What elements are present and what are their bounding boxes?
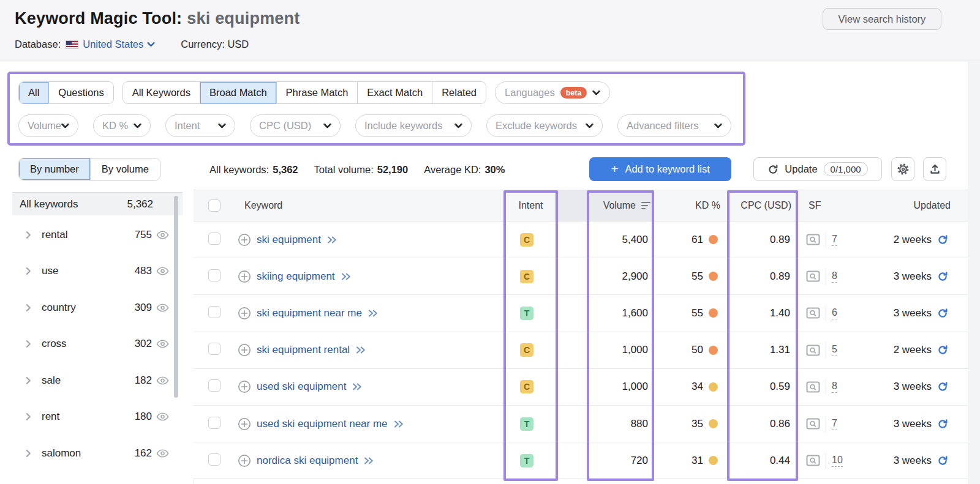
- open-keyword-icon[interactable]: [368, 309, 379, 318]
- column-header-intent[interactable]: Intent: [504, 190, 557, 221]
- open-keyword-icon[interactable]: [355, 346, 366, 354]
- keyword-link[interactable]: used ski equipment: [257, 381, 346, 393]
- row-checkbox[interactable]: [208, 233, 221, 247]
- add-keyword-icon[interactable]: [238, 270, 251, 283]
- add-keyword-icon[interactable]: [238, 454, 251, 467]
- chevron-right-icon[interactable]: [26, 413, 31, 421]
- column-header-cpc[interactable]: CPC (USD): [741, 190, 791, 221]
- eye-icon[interactable]: [156, 303, 169, 312]
- add-keyword-icon[interactable]: [238, 380, 251, 393]
- chevron-right-icon[interactable]: [26, 449, 31, 457]
- tab-exact-match[interactable]: Exact Match: [358, 82, 432, 103]
- add-to-keyword-list-button[interactable]: + Add to keyword list: [589, 157, 731, 181]
- export-button[interactable]: [923, 157, 946, 181]
- languages-dropdown[interactable]: Languages beta: [495, 81, 610, 104]
- serp-preview-icon[interactable]: [806, 234, 820, 245]
- keyword-link[interactable]: ski equipment near me: [257, 307, 362, 319]
- refresh-icon[interactable]: [937, 455, 948, 466]
- column-header-keyword[interactable]: Keyword: [244, 190, 282, 221]
- eye-icon[interactable]: [156, 340, 169, 348]
- open-keyword-icon[interactable]: [352, 382, 363, 391]
- refresh-icon[interactable]: [937, 344, 948, 356]
- sidebar-group-rental[interactable]: rental755: [12, 217, 183, 253]
- tab-broad-match[interactable]: Broad Match: [200, 82, 277, 103]
- filter-dropdown-include-keywords[interactable]: Include keywords: [355, 114, 472, 137]
- row-checkbox[interactable]: [208, 343, 221, 357]
- eye-icon[interactable]: [156, 449, 169, 458]
- open-keyword-icon[interactable]: [393, 420, 404, 428]
- chevron-right-icon[interactable]: [26, 303, 31, 311]
- filter-dropdown-intent[interactable]: Intent: [165, 114, 235, 137]
- sf-count[interactable]: 5: [832, 344, 837, 356]
- filter-dropdown-cpc-usd-[interactable]: CPC (USD): [250, 114, 341, 137]
- add-keyword-icon[interactable]: [238, 343, 251, 357]
- chevron-right-icon[interactable]: [26, 267, 31, 275]
- row-checkbox[interactable]: [208, 269, 221, 284]
- filter-dropdown-advanced-filters[interactable]: Advanced filters: [617, 114, 731, 137]
- keyword-link[interactable]: used ski equipment near me: [257, 418, 388, 430]
- filter-dropdown-exclude-keywords[interactable]: Exclude keywords: [486, 114, 603, 137]
- serp-preview-icon[interactable]: [806, 270, 820, 282]
- column-header-volume[interactable]: Volume: [603, 190, 650, 221]
- sf-count[interactable]: 10: [832, 455, 843, 467]
- keyword-link[interactable]: nordica ski equipment: [257, 455, 358, 467]
- sf-count[interactable]: 6: [832, 307, 837, 319]
- refresh-icon[interactable]: [937, 419, 948, 430]
- database-selector[interactable]: United States: [83, 39, 143, 50]
- row-checkbox[interactable]: [208, 379, 221, 394]
- sidebar-tab-by-volume[interactable]: By volume: [91, 158, 160, 180]
- sf-count[interactable]: 8: [832, 381, 837, 393]
- eye-icon[interactable]: [156, 412, 169, 421]
- eye-icon[interactable]: [156, 231, 169, 239]
- open-keyword-icon[interactable]: [341, 272, 352, 281]
- sidebar-group-sale[interactable]: sale182: [12, 362, 183, 399]
- refresh-icon[interactable]: [937, 234, 948, 245]
- chevron-right-icon[interactable]: [26, 376, 31, 384]
- sf-count[interactable]: 8: [832, 270, 837, 283]
- eye-icon[interactable]: [156, 267, 169, 275]
- chevron-right-icon[interactable]: [26, 231, 31, 239]
- tab-related[interactable]: Related: [432, 82, 486, 103]
- view-search-history-button[interactable]: View search history: [823, 8, 941, 30]
- column-header-updated[interactable]: Updated: [914, 190, 951, 221]
- chevron-right-icon[interactable]: [26, 340, 31, 348]
- serp-preview-icon[interactable]: [806, 455, 820, 466]
- refresh-icon[interactable]: [937, 308, 948, 319]
- serp-preview-icon[interactable]: [806, 307, 820, 319]
- chevron-down-icon[interactable]: [147, 42, 155, 47]
- column-header-kd[interactable]: KD %: [695, 190, 720, 221]
- sidebar-all-keywords-row[interactable]: All keywords 5,362: [12, 192, 183, 215]
- keyword-link[interactable]: ski equipment rental: [257, 344, 350, 356]
- tab-all-keywords[interactable]: All Keywords: [123, 82, 200, 103]
- open-keyword-icon[interactable]: [326, 236, 337, 244]
- column-header-sf[interactable]: SF: [809, 190, 821, 221]
- row-checkbox[interactable]: [208, 453, 221, 468]
- sidebar-group-country[interactable]: country309: [12, 289, 183, 326]
- sidebar-group-use[interactable]: use483: [12, 253, 183, 290]
- sidebar-group-cross[interactable]: cross302: [12, 326, 183, 363]
- serp-preview-icon[interactable]: [806, 418, 820, 430]
- serp-preview-icon[interactable]: [806, 344, 820, 356]
- sidebar-group-salomon[interactable]: salomon162: [12, 435, 183, 472]
- filter-dropdown-volume[interactable]: Volume: [18, 114, 78, 137]
- update-button[interactable]: Update 0/1,000: [753, 157, 882, 181]
- tab-questions[interactable]: Questions: [49, 82, 113, 103]
- add-keyword-icon[interactable]: [238, 307, 251, 320]
- select-all-checkbox[interactable]: [208, 190, 221, 221]
- add-keyword-icon[interactable]: [238, 417, 251, 431]
- keyword-link[interactable]: ski equipment: [257, 234, 321, 246]
- sf-count[interactable]: 7: [832, 418, 837, 430]
- tab-phrase-match[interactable]: Phrase Match: [277, 82, 358, 103]
- row-checkbox[interactable]: [208, 306, 221, 321]
- sidebar-tab-by-number[interactable]: By number: [19, 158, 91, 180]
- sidebar-scrollbar[interactable]: [174, 196, 178, 398]
- refresh-icon[interactable]: [937, 271, 948, 282]
- tab-all[interactable]: All: [19, 82, 49, 103]
- open-keyword-icon[interactable]: [363, 456, 374, 465]
- add-keyword-icon[interactable]: [238, 233, 251, 247]
- eye-icon[interactable]: [156, 376, 169, 385]
- refresh-icon[interactable]: [937, 381, 948, 392]
- row-checkbox[interactable]: [208, 417, 221, 431]
- keyword-link[interactable]: skiing equipment: [257, 270, 335, 283]
- sf-count[interactable]: 7: [832, 234, 837, 246]
